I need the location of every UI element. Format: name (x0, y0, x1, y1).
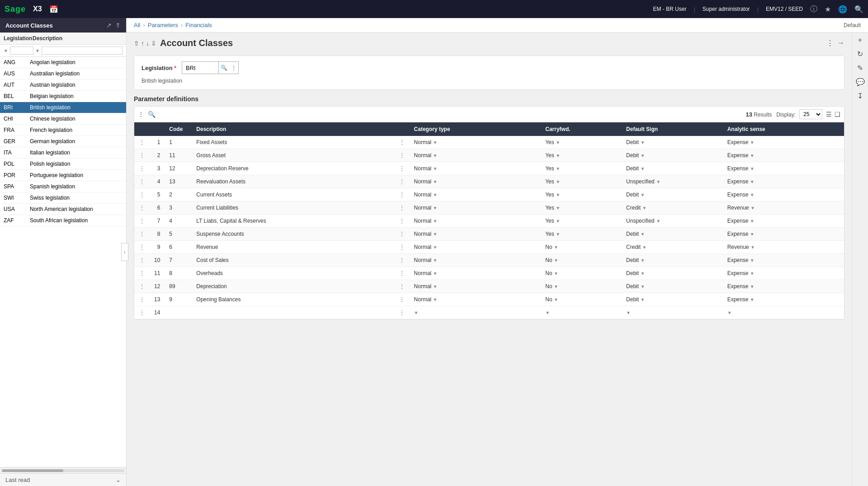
carry-arrow[interactable]: ▼ (554, 271, 558, 276)
sidebar-collapse-btn[interactable]: ‹ (121, 243, 128, 261)
sidebar-item[interactable]: ITA Italian legislation (0, 147, 126, 159)
row-desc-menu[interactable]: ⋮ (394, 136, 410, 149)
row-dots[interactable]: ⋮ (134, 228, 150, 241)
category-arrow[interactable]: ▼ (433, 153, 438, 158)
legislation-search-icon[interactable]: 🔍 (219, 65, 229, 71)
category-arrow[interactable]: ▼ (433, 192, 438, 197)
nav-last-icon[interactable]: ⇩ (151, 40, 156, 47)
category-arrow[interactable]: ▼ (433, 232, 438, 237)
collapse-footer-icon[interactable]: ⌄ (116, 477, 121, 483)
analytic-arrow[interactable]: ▼ (727, 310, 732, 315)
row-col-menu-icon[interactable]: ⋮ (399, 283, 405, 290)
row-dots[interactable]: ⋮ (134, 306, 150, 319)
row-dots[interactable]: ⋮ (134, 162, 150, 175)
sign-arrow[interactable]: ▼ (640, 153, 645, 158)
analytic-arrow[interactable]: ▼ (750, 284, 755, 289)
row-menu-icon[interactable]: ⋮ (139, 270, 145, 277)
sign-arrow[interactable]: ▼ (626, 310, 631, 315)
row-menu-icon[interactable]: ⋮ (139, 257, 145, 264)
row-col-menu-icon[interactable]: ⋮ (399, 230, 405, 238)
row-desc-menu[interactable]: ⋮ (394, 254, 410, 267)
refresh-icon[interactable]: ↻ (857, 50, 863, 58)
sign-arrow[interactable]: ▼ (640, 284, 645, 289)
row-menu-icon[interactable]: ⋮ (139, 191, 145, 198)
analytic-arrow[interactable]: ▼ (750, 245, 755, 250)
sidebar-item[interactable]: AUS Australian legislation (0, 68, 126, 79)
carry-arrow[interactable]: ▼ (554, 258, 558, 263)
comment-icon[interactable]: 💬 (856, 78, 865, 86)
filter-input-code[interactable] (10, 47, 33, 55)
row-col-menu-icon[interactable]: ⋮ (399, 152, 405, 159)
row-menu-icon[interactable]: ⋮ (139, 217, 145, 224)
row-menu-icon[interactable]: ⋮ (139, 230, 145, 238)
row-desc-menu[interactable]: ⋮ (394, 175, 410, 188)
analytic-arrow[interactable]: ▼ (750, 297, 755, 302)
breadcrumb-parameters[interactable]: Parameters (148, 22, 178, 28)
analytic-arrow[interactable]: ▼ (750, 153, 755, 158)
sign-arrow[interactable]: ▼ (640, 166, 645, 171)
close-sidebar-icon[interactable]: ⇑ (115, 22, 121, 29)
sign-arrow[interactable]: ▼ (656, 219, 660, 224)
sidebar-item[interactable]: FRA French legislation (0, 125, 126, 136)
analytic-arrow[interactable]: ▼ (750, 192, 755, 197)
category-arrow[interactable]: ▼ (433, 284, 438, 289)
row-col-menu-icon[interactable]: ⋮ (399, 217, 405, 224)
row-dots[interactable]: ⋮ (134, 293, 150, 306)
calendar-icon[interactable]: 📅 (49, 5, 58, 14)
expand-icon[interactable]: ↗ (106, 22, 112, 29)
breadcrumb-all[interactable]: All (134, 22, 140, 28)
plus-icon[interactable]: + (858, 36, 862, 44)
sidebar-item[interactable]: SWI Swiss legislation (0, 192, 126, 204)
download-icon[interactable]: ↧ (857, 92, 863, 100)
pencil-icon[interactable]: ✎ (857, 64, 863, 72)
sidebar-item[interactable]: POR Portuguese legislation (0, 170, 126, 181)
row-dots[interactable]: ⋮ (134, 188, 150, 201)
row-desc-menu[interactable]: ⋮ (394, 162, 410, 175)
favorites-icon[interactable]: ★ (825, 5, 831, 14)
sign-arrow[interactable]: ▼ (640, 258, 645, 263)
row-desc-menu[interactable]: ⋮ (394, 306, 410, 319)
sidebar-item[interactable]: USA North American legislation (0, 204, 126, 215)
row-desc-menu[interactable]: ⋮ (394, 215, 410, 228)
table-search-icon[interactable]: 🔍 (148, 111, 156, 118)
sidebar-item[interactable]: BRI British legislation (0, 102, 126, 113)
carry-arrow[interactable]: ▼ (556, 153, 560, 158)
sidebar-item[interactable]: GER German legislation (0, 136, 126, 147)
analytic-arrow[interactable]: ▼ (750, 166, 755, 171)
row-col-menu-icon[interactable]: ⋮ (399, 191, 405, 198)
table-menu-icon[interactable]: ⋮ (138, 111, 144, 118)
carry-arrow[interactable]: ▼ (556, 179, 560, 184)
sidebar-item[interactable]: BEL Belgian legislation (0, 91, 126, 102)
sign-arrow[interactable]: ▼ (642, 206, 646, 210)
row-col-menu-icon[interactable]: ⋮ (399, 165, 405, 172)
category-arrow[interactable]: ▼ (433, 258, 438, 263)
sidebar-scrollbar[interactable] (0, 467, 126, 473)
row-desc-menu[interactable]: ⋮ (394, 228, 410, 241)
category-arrow[interactable]: ▼ (414, 310, 419, 315)
breadcrumb-financials[interactable]: Financials (185, 22, 212, 28)
row-dots[interactable]: ⋮ (134, 215, 150, 228)
carry-arrow[interactable]: ▼ (556, 232, 560, 237)
category-arrow[interactable]: ▼ (433, 166, 438, 171)
category-arrow[interactable]: ▼ (433, 219, 438, 224)
row-menu-icon[interactable]: ⋮ (139, 178, 145, 185)
category-arrow[interactable]: ▼ (433, 206, 438, 210)
help-icon[interactable]: ⓘ (810, 5, 817, 14)
row-menu-icon[interactable]: ⋮ (139, 309, 145, 316)
sidebar-item[interactable]: SPA Spanish legislation (0, 181, 126, 192)
row-menu-icon[interactable]: ⋮ (139, 165, 145, 172)
row-col-menu-icon[interactable]: ⋮ (399, 204, 405, 211)
row-dots[interactable]: ⋮ (134, 241, 150, 254)
sidebar-item[interactable]: ZAF South African legislation (0, 215, 126, 226)
nav-next-icon[interactable]: ↓ (146, 40, 149, 47)
layers-icon[interactable]: ☰ (826, 111, 832, 118)
row-dots[interactable]: ⋮ (134, 136, 150, 149)
row-col-menu-icon[interactable]: ⋮ (399, 257, 405, 264)
row-dots[interactable]: ⋮ (134, 201, 150, 215)
carry-arrow[interactable]: ▼ (556, 219, 560, 224)
row-menu-icon[interactable]: ⋮ (139, 243, 145, 251)
row-col-menu-icon[interactable]: ⋮ (399, 139, 405, 146)
analytic-arrow[interactable]: ▼ (750, 140, 755, 145)
row-menu-icon[interactable]: ⋮ (139, 204, 145, 211)
row-menu-icon[interactable]: ⋮ (139, 152, 145, 159)
